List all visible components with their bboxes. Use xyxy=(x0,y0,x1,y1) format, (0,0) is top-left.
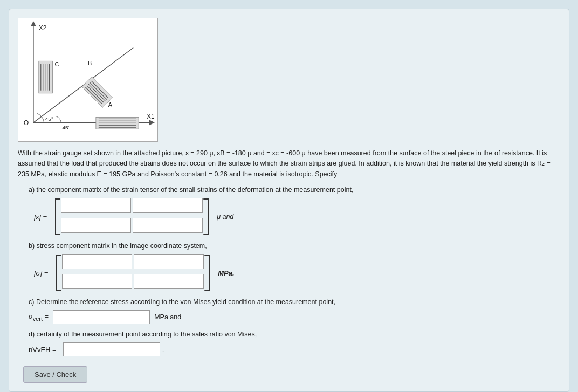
svg-text:A: A xyxy=(108,101,113,108)
sigma-input-12[interactable] xyxy=(134,254,204,269)
part-c-label: c) Determine the reference stress accord… xyxy=(29,298,560,306)
sigma-vert-input[interactable] xyxy=(53,310,150,324)
sigma-unit: MPa. xyxy=(218,269,234,277)
x1-label: X1 xyxy=(147,113,155,120)
sigma-input-21[interactable] xyxy=(62,274,132,289)
sigma-inputs xyxy=(62,254,204,292)
main-container: X2 X1 O 45° 45° C xyxy=(9,9,569,392)
svg-text:B: B xyxy=(88,60,92,66)
epsilon-matrix-row: [ε] = μ and xyxy=(34,198,560,236)
epsilon-inputs xyxy=(61,198,203,236)
o-label: O xyxy=(24,119,29,127)
sigma-vert-unit: MPa and xyxy=(154,313,181,321)
bracket-right-epsilon xyxy=(203,198,211,236)
epsilon-input-22[interactable] xyxy=(133,218,203,233)
svg-text:45°: 45° xyxy=(45,116,53,122)
sigma-bracket xyxy=(53,254,212,292)
bracket-left-sigma xyxy=(53,254,62,292)
x2-label: X2 xyxy=(39,24,47,32)
epsilon-matrix-label: [ε] = xyxy=(34,213,47,221)
save-check-button[interactable]: Save / Check xyxy=(23,366,87,383)
bracket-right-sigma xyxy=(204,254,212,292)
sigma-input-22[interactable] xyxy=(134,274,204,289)
sigma-matrix-row: [σ] = MPa. xyxy=(34,254,560,292)
nvveh-row: nVvEH = . xyxy=(29,342,560,356)
epsilon-input-12[interactable] xyxy=(133,198,203,213)
epsilon-input-21[interactable] xyxy=(61,218,131,233)
svg-text:C: C xyxy=(55,61,59,67)
sigma-input-11[interactable] xyxy=(62,254,132,269)
sigma-vert-label: σvert = xyxy=(29,312,49,322)
svg-text:45°: 45° xyxy=(62,125,70,130)
problem-text-span: With the strain gauge set shown in the a… xyxy=(18,149,551,178)
diagram-area: X2 X1 O 45° 45° C xyxy=(18,18,158,142)
problem-description: With the strain gauge set shown in the a… xyxy=(18,148,560,180)
diagram-svg: X2 X1 O 45° 45° C xyxy=(18,18,157,141)
part-d-label: d) certainty of the measurement point ac… xyxy=(29,331,560,338)
epsilon-input-11[interactable] xyxy=(61,198,131,213)
nvveh-suffix: . xyxy=(162,346,164,354)
nvveh-input[interactable] xyxy=(63,342,160,356)
sigma-matrix-label: [σ] = xyxy=(34,269,48,277)
part-b-label: b) stress component matrix in the image … xyxy=(29,242,560,250)
epsilon-unit: μ and xyxy=(217,213,233,221)
nvveh-label: nVvEH = xyxy=(29,346,57,354)
bracket-left-epsilon xyxy=(52,198,61,236)
sigma-vert-row: σvert = MPa and xyxy=(29,310,560,324)
epsilon-bracket xyxy=(52,198,211,236)
part-a-label: a) the component matrix of the strain te… xyxy=(29,186,560,194)
